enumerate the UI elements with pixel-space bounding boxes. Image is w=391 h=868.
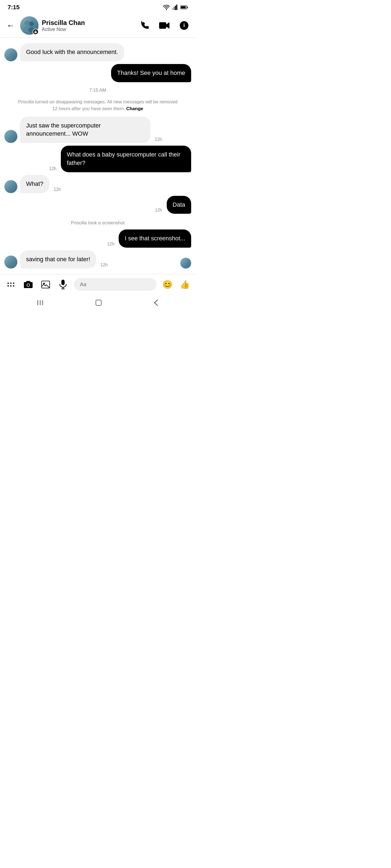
svg-rect-11 xyxy=(34,31,37,33)
contact-status: Active Now xyxy=(42,27,135,32)
message-timestamp: 12h xyxy=(153,208,164,214)
status-bar: 7:15 xyxy=(0,0,196,13)
message-bubble: saving that one for later! xyxy=(20,250,96,269)
message-timestamp: 12h xyxy=(153,137,164,143)
change-link[interactable]: Change xyxy=(126,106,143,111)
svg-point-7 xyxy=(24,21,30,26)
message-bubble: I see that screenshot... xyxy=(119,229,191,248)
chat-header: ← Priscilla Chan Active Now xyxy=(0,13,196,38)
microphone-button[interactable] xyxy=(56,278,69,291)
info-icon: i xyxy=(179,21,189,30)
message-timestamp: 12h xyxy=(52,187,63,193)
message-row: What? 12h xyxy=(4,175,191,193)
recent-apps-icon xyxy=(36,299,44,306)
svg-rect-12 xyxy=(159,22,166,29)
contact-info: Priscilla Chan Active Now xyxy=(42,19,135,32)
svg-text:i: i xyxy=(183,22,185,28)
svg-point-16 xyxy=(8,285,9,286)
svg-rect-31 xyxy=(96,300,101,305)
read-receipt-avatar xyxy=(180,258,191,269)
svg-rect-2 xyxy=(175,6,176,10)
back-nav-icon xyxy=(153,299,159,307)
svg-point-22 xyxy=(27,284,29,286)
gallery-icon xyxy=(41,280,50,289)
message-timestamp: 12h xyxy=(99,262,109,269)
recent-apps-button[interactable] xyxy=(36,299,44,306)
phone-icon xyxy=(140,21,150,30)
status-time: 7:15 xyxy=(8,4,20,11)
svg-rect-0 xyxy=(172,8,173,10)
message-timestamp: 12h xyxy=(106,242,116,248)
svg-point-19 xyxy=(13,282,15,284)
thumbsup-button[interactable]: 👍 xyxy=(178,278,191,291)
bottom-toolbar: 😊 👍 xyxy=(0,274,196,295)
dots-icon xyxy=(7,280,15,289)
gallery-button[interactable] xyxy=(39,278,52,291)
info-button[interactable]: i xyxy=(177,19,191,33)
mic-icon xyxy=(59,280,67,289)
emoji-button[interactable]: 😊 xyxy=(161,278,174,291)
home-icon xyxy=(94,299,103,307)
message-bubble: Data xyxy=(167,196,191,214)
system-message: Priscilla turned on disappearing message… xyxy=(4,97,191,114)
chat-area: Good luck with the announcement. Thanks!… xyxy=(0,38,196,274)
message-input[interactable] xyxy=(74,278,157,291)
battery-icon xyxy=(180,5,188,9)
svg-point-17 xyxy=(10,282,12,284)
back-button[interactable]: ← xyxy=(4,20,17,31)
message-bubble: What does a baby supercomputer call thei… xyxy=(61,146,191,172)
svg-point-20 xyxy=(13,285,15,286)
time-divider: 7:15 AM xyxy=(4,85,191,94)
sender-avatar xyxy=(4,130,18,143)
screenshot-notice: Priscilla took a screenshot xyxy=(4,216,191,227)
header-actions: i xyxy=(138,19,191,33)
svg-rect-25 xyxy=(61,280,65,285)
video-icon xyxy=(159,21,170,30)
message-row: Thanks! See you at home xyxy=(4,64,191,82)
camera-button[interactable] xyxy=(22,278,35,291)
message-bubble: Thanks! See you at home xyxy=(111,64,191,82)
message-row: 12h Data xyxy=(4,196,191,214)
sender-avatar xyxy=(4,48,18,61)
contact-name: Priscilla Chan xyxy=(42,19,135,27)
back-nav-button[interactable] xyxy=(153,299,159,307)
message-row: Good luck with the announcement. xyxy=(4,43,191,61)
video-call-button[interactable] xyxy=(158,19,172,33)
message-row: 12h What does a baby supercomputer call … xyxy=(4,146,191,172)
message-bubble: What? xyxy=(20,175,49,193)
sender-avatar xyxy=(4,255,18,269)
svg-rect-5 xyxy=(187,6,188,8)
message-row: Just saw the supercomputer announcement.… xyxy=(4,117,191,143)
lock-icon xyxy=(33,29,38,35)
navigation-bar xyxy=(0,295,196,313)
message-bubble: Good luck with the announcement. xyxy=(20,43,124,61)
message-timestamp: 12h xyxy=(48,166,58,172)
sender-avatar xyxy=(4,180,18,193)
svg-point-9 xyxy=(29,22,34,26)
message-row: 12h I see that screenshot... xyxy=(4,229,191,248)
system-message-text: Priscilla turned on disappearing message… xyxy=(18,99,177,112)
svg-rect-6 xyxy=(181,6,186,8)
camera-icon xyxy=(23,280,33,289)
home-button[interactable] xyxy=(94,299,103,307)
svg-point-15 xyxy=(8,282,9,284)
phone-call-button[interactable] xyxy=(138,19,152,33)
more-options-button[interactable] xyxy=(4,278,18,291)
signal-icon xyxy=(172,5,178,10)
contact-avatar-container[interactable] xyxy=(20,16,38,35)
svg-rect-1 xyxy=(173,7,175,10)
status-icons xyxy=(163,5,188,10)
message-row: saving that one for later! 12h xyxy=(4,250,191,269)
svg-point-24 xyxy=(43,283,45,284)
svg-rect-3 xyxy=(176,5,177,10)
svg-point-18 xyxy=(10,285,12,286)
wifi-icon xyxy=(163,5,170,10)
message-bubble: Just saw the supercomputer announcement.… xyxy=(20,117,150,143)
